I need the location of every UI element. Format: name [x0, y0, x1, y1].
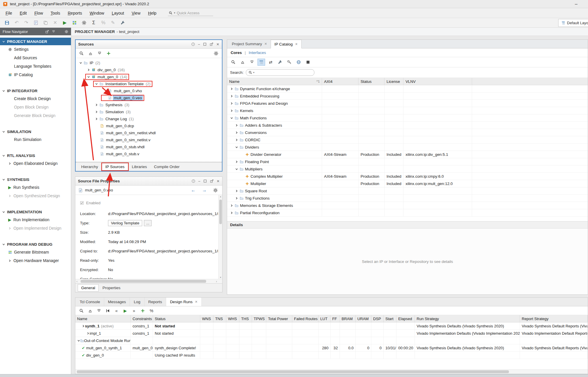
catalog-row-conversions[interactable]: Conversions — [227, 129, 588, 136]
column-header-start[interactable]: Start — [384, 315, 396, 322]
percent-button[interactable]: % — [100, 19, 107, 26]
column-header-bram[interactable]: BRAM — [340, 315, 356, 322]
key-button[interactable] — [286, 59, 293, 66]
stop-button[interactable] — [304, 59, 312, 66]
catalog-row-dividers[interactable]: Dividers — [227, 144, 588, 151]
close-icon[interactable]: ✕ — [216, 42, 219, 46]
column-header-license[interactable]: License — [385, 78, 403, 85]
flow-section-header-simulation[interactable]: SIMULATION — [0, 128, 71, 135]
sum-button[interactable]: Σ — [90, 19, 97, 26]
goto-start-button[interactable] — [104, 307, 112, 314]
tree-item-ip[interactable]: IP(2) — [76, 59, 222, 66]
column-header-uram[interactable]: URAM — [356, 315, 371, 322]
column-header-name[interactable]: Name — [75, 315, 131, 322]
catalog-row-memories-storage-elements[interactable]: Memories & Storage Elements — [227, 202, 588, 209]
tab-general[interactable]: General — [78, 284, 99, 292]
gear-button[interactable] — [212, 50, 220, 57]
help-icon[interactable]: ? — [585, 298, 588, 306]
scrollbar-thumb[interactable] — [77, 370, 509, 373]
close-icon[interactable]: ✕ — [217, 179, 220, 183]
scroll-right-icon[interactable]: › — [216, 279, 217, 284]
help-icon[interactable]: ? — [191, 42, 195, 46]
tree-item-simulation[interactable]: Simulation(3) — [76, 108, 222, 115]
maximize-icon[interactable] — [203, 179, 207, 183]
step-forward-button[interactable]: » — [130, 307, 138, 314]
flow-section-header-synthesis[interactable]: SYNTHESIS — [0, 176, 71, 183]
menu-help[interactable]: Help — [144, 9, 160, 17]
run-row-impl-1[interactable]: impl_1constrs_1Not startedVivado Impleme… — [75, 330, 588, 337]
copy-button[interactable] — [42, 19, 49, 26]
tree-item-mult-gen-0-dcp[interactable]: mult_gen_0.dcp — [76, 122, 222, 129]
close-tab-icon[interactable]: ✕ — [295, 42, 298, 46]
float-icon[interactable] — [45, 30, 49, 34]
run-row-mult-gen-0-synth-1[interactable]: ✔mult_gen_0_synth_1mult_gen_0synth_desig… — [75, 344, 588, 352]
catalog-row-fpga-features-and-design[interactable]: FPGA Features and Design — [227, 100, 588, 107]
tree-item-instantiation-template[interactable]: Instantiation Template(2) — [76, 80, 222, 87]
tab-properties[interactable]: Properties — [99, 285, 124, 291]
horizontal-scrollbar[interactable] — [75, 369, 588, 374]
tab-ip-sources[interactable]: IP Sources — [102, 163, 128, 170]
column-header-report-strategy[interactable]: Report Strategy — [520, 315, 588, 322]
refresh-button[interactable]: ⇄ — [267, 59, 274, 66]
scrollbar-thumb[interactable] — [219, 200, 222, 224]
tab-hierarchy[interactable]: Hierarchy — [78, 163, 101, 170]
flow-item-generate-block-design[interactable]: Generate Block Design — [0, 111, 71, 120]
scroll-left-icon[interactable]: ‹ — [76, 279, 77, 284]
catalog-row-cordic[interactable]: CORDIC — [227, 136, 588, 144]
tree-item-mult-gen-0[interactable]: mult_gen_0(14) — [76, 73, 222, 80]
flow-section-header-rtl-analysis[interactable]: RTL ANALYSIS — [0, 152, 71, 159]
catalog-row-multipliers[interactable]: Multipliers — [227, 165, 588, 173]
tree-item-synthesis[interactable]: Synthesis(3) — [76, 101, 222, 108]
column-header-lut[interactable]: LUT — [319, 315, 330, 322]
help-icon[interactable]: ? — [192, 179, 195, 183]
catalog-search-input[interactable]: ▾ — [246, 69, 314, 76]
back-button[interactable]: ← — [189, 187, 197, 194]
float-icon[interactable] — [210, 42, 213, 46]
expand-all-button[interactable] — [248, 59, 256, 66]
minimize-icon[interactable]: – — [198, 179, 200, 183]
tree-item-mult-gen-0-stub-vhdl[interactable]: mult_gen_0_stub.vhdl — [76, 143, 222, 150]
flow-item-create-block-design[interactable]: Create Block Design — [0, 95, 71, 103]
maximize-icon[interactable] — [203, 42, 207, 46]
tree-item-mult-gen-0-sim-netlist-v[interactable]: mult_gen_0_sim_netlist.v — [76, 136, 222, 143]
catalog-row-adders-subtracters[interactable]: Adders & Subtracters — [227, 122, 588, 129]
search-button[interactable] — [229, 59, 237, 66]
run-row-synth-1[interactable]: synth_1(active)constrs_1Not startedVivad… — [75, 322, 588, 330]
float-icon[interactable] — [210, 179, 214, 183]
menu-file[interactable]: File — [2, 9, 16, 17]
column-header-failed-routes[interactable]: Failed Routes — [292, 315, 319, 322]
flow-item-open-synthesized-design[interactable]: Open Synthesized Design — [0, 192, 71, 200]
redo-button[interactable]: ↷ — [23, 19, 30, 26]
percent-button[interactable]: % — [148, 307, 155, 314]
flow-item-add-sources[interactable]: Add Sources — [0, 54, 71, 62]
gear-icon[interactable] — [65, 30, 68, 34]
properties-panel-titlebar[interactable]: Source File Properties ?–✕ — [75, 177, 222, 186]
column-header-wns[interactable]: WNS — [200, 315, 213, 322]
catalog-row-math-functions[interactable]: Math Functions — [227, 114, 588, 122]
flow-item-generate-bitstream[interactable]: Generate Bitstream — [0, 248, 71, 256]
enabled-checkbox-row[interactable]: Enabled — [80, 199, 218, 207]
subtab-cores[interactable]: Cores — [231, 50, 242, 55]
tree-item-mult-gen-0-sim-netlist-vhdl[interactable]: mult_gen_0_sim_netlist.vhdl — [76, 129, 222, 136]
flow-section-header-program-and-debug[interactable]: PROGRAM AND DEBUG — [0, 240, 71, 248]
search-button[interactable] — [78, 307, 85, 314]
tab-project-summary[interactable]: Project Summary✕ — [228, 40, 271, 48]
menu-layout[interactable]: Layout — [108, 9, 128, 17]
column-header-tns[interactable]: TNS — [213, 315, 226, 322]
column-header-status[interactable]: Status — [359, 78, 385, 85]
undo-button[interactable]: ↶ — [13, 19, 20, 26]
horizontal-scrollbar[interactable]: ‹ › — [75, 279, 222, 283]
close-tab-icon[interactable]: ✕ — [195, 300, 197, 304]
delete-button[interactable]: ✕ — [52, 19, 59, 26]
flow-item-ip-catalog[interactable]: IP Catalog — [0, 71, 71, 79]
close-tab-icon[interactable]: ✕ — [265, 42, 267, 46]
collapse-all-button[interactable] — [87, 50, 94, 57]
save-button[interactable] — [4, 19, 11, 26]
more-options-button[interactable]: ... — [144, 220, 152, 226]
tab-libraries[interactable]: Libraries — [129, 163, 150, 170]
catalog-row-complex-multiplier[interactable]: Complex MultiplierAXI4-StreamProductionI… — [227, 173, 588, 180]
tree-item-mult-gen-0-veo[interactable]: mult_gen_0.veo — [76, 94, 222, 101]
quick-access-search[interactable]: ▾ Quick Access — [168, 10, 213, 16]
catalog-row-multiplier[interactable]: MultiplierProductionIncludedxilinx.com:i… — [227, 180, 588, 187]
column-header-constraints[interactable]: Constraints — [131, 315, 153, 322]
